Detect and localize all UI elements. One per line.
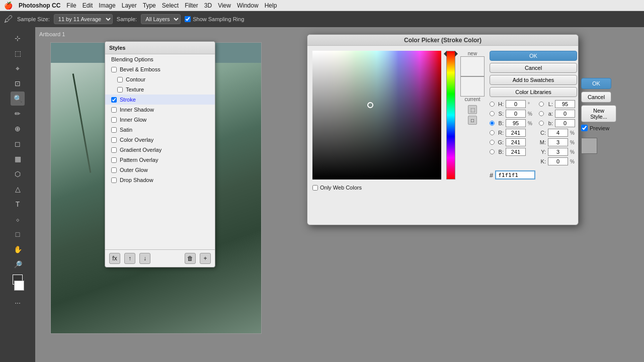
ls-check-texture[interactable] <box>117 87 123 93</box>
hue-slider[interactable] <box>446 51 455 179</box>
cp-input-Bval[interactable] <box>506 148 526 156</box>
menu-type[interactable]: Type <box>143 2 156 9</box>
ls-check-inner-glow[interactable] <box>111 117 117 123</box>
menu-view[interactable]: View <box>218 2 231 9</box>
sample-select[interactable]: All Layers <box>141 14 181 24</box>
show-sampling-ring-checkbox[interactable] <box>185 16 191 22</box>
ls-delete-button[interactable]: 🗑 <box>185 253 196 264</box>
ls-item-pattern-overlay[interactable]: Pattern Overlay <box>105 155 215 165</box>
ls-item-color-overlay[interactable]: Color Overlay <box>105 135 215 145</box>
type-tool[interactable]: T <box>11 197 25 211</box>
cp-input-G[interactable] <box>506 138 526 146</box>
cp-input-L[interactable] <box>555 100 575 108</box>
menu-edit[interactable]: Edit <box>83 2 93 9</box>
ls-item-bevel[interactable]: Bevel & Emboss <box>105 64 215 74</box>
pen-tool[interactable]: △ <box>11 182 25 196</box>
move-tool[interactable]: ⊹ <box>11 31 25 45</box>
cp-color-libraries-button[interactable]: Color Libraries <box>490 87 577 97</box>
ls-preview-checkbox[interactable] <box>581 125 588 131</box>
spectrum-canvas[interactable] <box>312 51 441 179</box>
ls-cancel-button[interactable]: Cancel <box>581 92 611 103</box>
ls-down-button[interactable]: ↓ <box>139 253 150 264</box>
cp-radio-R[interactable] <box>490 130 495 135</box>
ls-check-contour[interactable] <box>117 77 123 82</box>
apple-menu[interactable]: 🍎 <box>4 2 13 10</box>
ls-new-style-button[interactable]: New Style... <box>581 105 616 122</box>
menu-help[interactable]: Help <box>265 2 277 9</box>
ls-item-inner-glow[interactable]: Inner Glow <box>105 115 215 125</box>
ls-check-satin[interactable] <box>111 127 117 133</box>
background-color[interactable] <box>14 281 24 291</box>
cp-radio-blab[interactable] <box>539 121 544 126</box>
cp-input-Y[interactable] <box>548 148 568 156</box>
cp-input-M[interactable] <box>548 138 568 146</box>
ls-item-contour[interactable]: Contour <box>105 74 215 84</box>
cp-radio-L[interactable] <box>539 102 544 107</box>
ls-check-stroke[interactable] <box>111 97 117 103</box>
cp-input-blab[interactable] <box>555 119 575 127</box>
shape-tool[interactable]: □ <box>11 227 25 241</box>
menu-window[interactable]: Window <box>237 2 259 9</box>
clone-tool[interactable]: ⊕ <box>11 122 25 136</box>
brush-tool[interactable]: ✏ <box>11 107 25 121</box>
menu-layer[interactable]: Layer <box>122 2 137 9</box>
menu-select[interactable]: Select <box>162 2 179 9</box>
ls-item-inner-shadow[interactable]: Inner Shadow <box>105 105 215 115</box>
ls-up-button[interactable]: ↑ <box>124 253 135 264</box>
gradient-tool[interactable]: ▦ <box>11 152 25 166</box>
color-spectrum[interactable] <box>312 51 441 179</box>
ls-item-stroke[interactable]: Stroke <box>105 95 215 105</box>
menu-file[interactable]: File <box>66 2 76 9</box>
hand-tool[interactable]: ✋ <box>11 242 25 256</box>
cp-cancel-button[interactable]: Cancel <box>490 63 577 73</box>
menu-image[interactable]: Image <box>99 2 115 9</box>
cp-radio-a[interactable] <box>539 111 544 116</box>
lasso-tool[interactable]: ⌖ <box>11 61 25 75</box>
cp-input-B[interactable] <box>506 119 526 127</box>
cp-input-C[interactable] <box>548 129 568 137</box>
cp-input-R[interactable] <box>506 129 526 137</box>
cp-hex-input[interactable] <box>495 170 535 179</box>
ls-item-texture[interactable]: Texture <box>105 84 215 95</box>
ls-check-outer-glow[interactable] <box>111 167 117 173</box>
ls-check-gradient-overlay[interactable] <box>111 147 117 153</box>
cp-ok-button[interactable]: OK <box>490 51 577 61</box>
new-color-swatch[interactable] <box>460 56 485 76</box>
cp-input-S[interactable] <box>506 110 526 118</box>
cp-input-a[interactable] <box>555 110 575 118</box>
ls-item-blending[interactable]: Blending Options <box>105 54 215 64</box>
eraser-tool[interactable]: ◻ <box>11 137 25 151</box>
cp-radio-H[interactable] <box>490 102 495 107</box>
cp-radio-B[interactable] <box>490 121 495 126</box>
ls-item-drop-shadow[interactable]: Drop Shadow <box>105 175 215 185</box>
crop-tool[interactable]: ⊡ <box>11 76 25 90</box>
ls-check-drop-shadow[interactable] <box>111 177 117 183</box>
eyedropper-new-icon[interactable]: ⬚ <box>468 105 477 114</box>
ls-ok-button[interactable]: OK <box>581 78 611 89</box>
ls-check-inner-shadow[interactable] <box>111 107 117 113</box>
cp-radio-S[interactable] <box>490 111 495 116</box>
eyedropper-tool active[interactable]: 🔍 <box>11 92 25 106</box>
ls-check-pattern-overlay[interactable] <box>111 157 117 163</box>
zoom-tool[interactable]: 🔎 <box>11 257 25 272</box>
ls-item-outer-glow[interactable]: Outer Glow <box>105 165 215 175</box>
only-web-colors-checkbox[interactable] <box>312 185 318 191</box>
sample-size-select[interactable]: 11 by 11 Average <box>54 14 113 24</box>
ls-fx-button[interactable]: fx <box>109 253 120 264</box>
menu-filter[interactable]: Filter <box>185 2 198 9</box>
eyedropper-current-icon[interactable]: □ <box>468 116 477 125</box>
ls-check-bevel[interactable] <box>111 67 117 72</box>
cp-radio-Bval[interactable] <box>490 149 495 154</box>
path-tool[interactable]: ⬦ <box>11 212 25 226</box>
select-tool[interactable]: ⬚ <box>11 46 25 60</box>
cp-input-K[interactable] <box>548 157 568 165</box>
ls-item-gradient-overlay[interactable]: Gradient Overlay <box>105 145 215 155</box>
ls-check-color-overlay[interactable] <box>111 137 117 143</box>
more-tools[interactable]: ··· <box>11 296 25 310</box>
cp-input-H[interactable] <box>506 100 526 108</box>
menu-3d[interactable]: 3D <box>204 2 212 9</box>
ls-add-button[interactable]: + <box>200 253 211 264</box>
cp-radio-G[interactable] <box>490 140 495 145</box>
cp-add-to-swatches-button[interactable]: Add to Swatches <box>490 75 577 85</box>
ls-item-satin[interactable]: Satin <box>105 125 215 135</box>
